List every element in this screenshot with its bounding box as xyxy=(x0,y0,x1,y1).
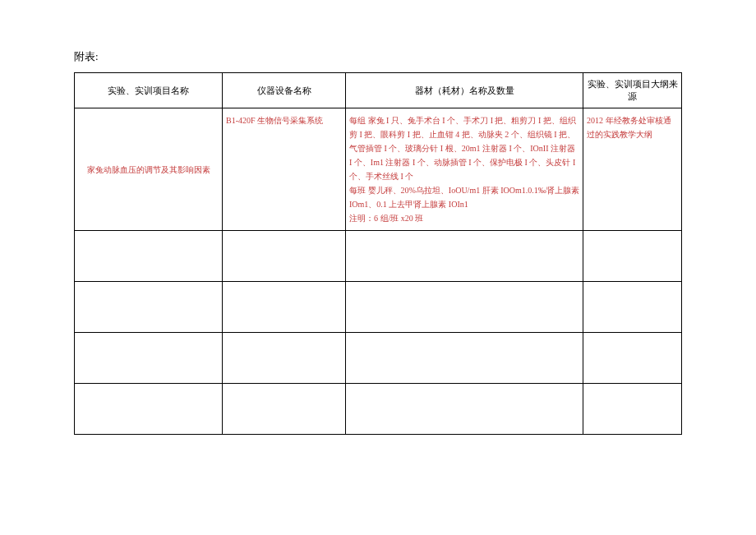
cell-project-name: 家兔动脉血压的调节及其影响因素 xyxy=(75,108,223,231)
empty-cell xyxy=(223,282,346,333)
table-row xyxy=(75,231,682,282)
header-row: 实验、实训项目名称 仪器设备名称 器材（耗材）名称及数量 实验、实训项目大纲来源 xyxy=(75,73,682,108)
empty-cell xyxy=(583,333,682,384)
empty-cell xyxy=(223,231,346,282)
empty-cell xyxy=(223,333,346,384)
table-row: 家兔动脉血压的调节及其影响因素 B1-420F 生物信号采集系统 每组 家兔 I… xyxy=(75,108,682,231)
table-row xyxy=(75,384,682,435)
cell-equipment: B1-420F 生物信号采集系统 xyxy=(223,108,346,231)
table-row xyxy=(75,282,682,333)
page-title: 附表: xyxy=(74,49,682,64)
empty-cell xyxy=(583,384,682,435)
empty-cell xyxy=(346,333,583,384)
cell-source: 2012 年经教务处审核通过的实践教学大纲 xyxy=(583,108,682,231)
header-source: 实验、实训项目大纲来源 xyxy=(583,73,682,108)
cell-materials: 每组 家兔 I 只、兔手术台 I 个、手术刀 I 把、粗剪刀 I 把、组织剪 I… xyxy=(346,108,583,231)
empty-cell xyxy=(583,231,682,282)
empty-cell xyxy=(75,282,223,333)
empty-cell xyxy=(346,231,583,282)
empty-cell xyxy=(583,282,682,333)
header-project-name: 实验、实训项目名称 xyxy=(75,73,223,108)
empty-cell xyxy=(75,384,223,435)
header-materials: 器材（耗材）名称及数量 xyxy=(346,73,583,108)
header-equipment: 仪器设备名称 xyxy=(223,73,346,108)
empty-cell xyxy=(346,384,583,435)
empty-cell xyxy=(75,231,223,282)
empty-cell xyxy=(346,282,583,333)
empty-cell xyxy=(75,333,223,384)
empty-cell xyxy=(223,384,346,435)
experiment-table: 实验、实训项目名称 仪器设备名称 器材（耗材）名称及数量 实验、实训项目大纲来源… xyxy=(74,72,682,435)
table-row xyxy=(75,333,682,384)
